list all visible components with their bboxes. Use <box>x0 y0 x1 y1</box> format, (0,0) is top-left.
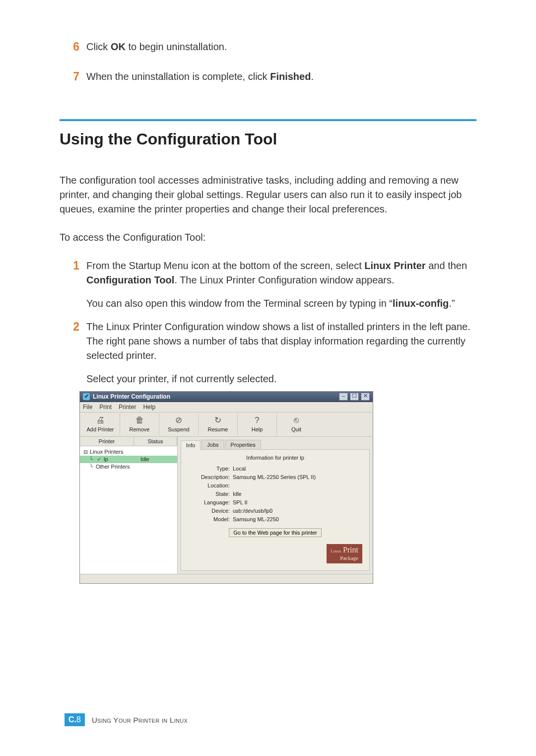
section-divider <box>60 119 476 121</box>
branding-logo: Linux Print Package <box>188 544 362 563</box>
info-value: Samsung ML-2250 <box>233 516 362 522</box>
menubar: File Print Printer Help <box>80 402 373 412</box>
maximize-button[interactable]: ☐ <box>350 393 359 401</box>
info-label: State: <box>188 491 233 497</box>
resume-icon: ↻ <box>199 415 237 425</box>
minimize-button[interactable]: – <box>339 393 348 401</box>
access-line: To access the Configuration Tool: <box>60 230 476 245</box>
toolbar-quit[interactable]: ⎋ Quit <box>277 413 316 435</box>
col-printer[interactable]: Printer <box>80 437 134 446</box>
intro-paragraph: The configuration tool accesses administ… <box>60 173 476 216</box>
info-value: Local <box>233 466 362 472</box>
suspend-icon: ⊘ <box>159 415 198 425</box>
check-icon: ✔ <box>95 456 103 463</box>
page-footer: C.8 Using Your Printer in Linux <box>65 713 188 726</box>
statusbar <box>80 574 373 583</box>
goto-web-button[interactable]: Go to the Web page for this printer <box>229 528 322 537</box>
info-panel-title: Information for printer lp <box>188 455 362 461</box>
tree-item-other-printers[interactable]: └ Other Printers <box>80 463 177 470</box>
printer-tree-pane: Printer Status ⊟ Linux Printers └ ✔ lp I… <box>80 437 178 574</box>
step-number: 7 <box>60 69 86 84</box>
step-1: 1 From the Startup Menu icon at the bott… <box>60 259 476 311</box>
tree-root-linux-printers[interactable]: ⊟ Linux Printers <box>80 448 177 456</box>
page-number-badge: C.8 <box>65 713 85 726</box>
info-value: SPL II <box>233 499 362 505</box>
info-label: Device: <box>188 508 233 514</box>
remove-icon: 🗑 <box>120 415 159 425</box>
linux-printer-config-window: ✔ Linux Printer Configuration – ☐ ✕ File… <box>79 391 373 584</box>
tabs: Info Jobs Properties <box>181 440 370 449</box>
step-2: 2 The Linux Printer Configuration window… <box>60 320 476 386</box>
info-value: Samsung ML-2250 Series (SPL II) <box>233 474 362 480</box>
menu-help[interactable]: Help <box>143 404 155 411</box>
printer-icon: 🖨 <box>81 415 120 425</box>
details-pane: Info Jobs Properties Information for pri… <box>178 437 373 574</box>
step-text: When the uninstallation is complete, cli… <box>86 69 314 84</box>
step-number: 2 <box>60 320 86 335</box>
step-text: Click OK to begin uninstallation. <box>86 40 227 54</box>
info-label: Description: <box>188 474 233 480</box>
menu-printer[interactable]: Printer <box>119 404 136 411</box>
toolbar-resume[interactable]: ↻ Resume <box>199 413 238 435</box>
titlebar[interactable]: ✔ Linux Printer Configuration – ☐ ✕ <box>80 392 373 402</box>
step-7: 7 When the uninstallation is complete, c… <box>60 69 476 84</box>
toolbar-suspend[interactable]: ⊘ Suspend <box>159 413 199 435</box>
toolbar-remove[interactable]: 🗑 Remove <box>120 413 159 435</box>
toolbar-help[interactable]: ? Help <box>238 413 277 435</box>
col-status[interactable]: Status <box>134 437 177 446</box>
app-icon: ✔ <box>83 393 90 400</box>
step-number: 6 <box>60 40 86 55</box>
menu-file[interactable]: File <box>83 404 92 411</box>
tab-jobs[interactable]: Jobs <box>201 440 224 449</box>
toolbar-add-printer[interactable]: 🖨 Add Printer <box>81 413 120 435</box>
step-number: 1 <box>60 259 86 274</box>
info-value <box>233 482 362 488</box>
help-icon: ? <box>238 415 276 425</box>
footer-text: Using Your Printer in Linux <box>92 716 188 724</box>
step-text: From the Startup Menu icon at the bottom… <box>86 259 476 311</box>
step-6: 6 Click OK to begin uninstallation. <box>60 40 476 55</box>
close-button[interactable]: ✕ <box>361 393 370 401</box>
tab-info[interactable]: Info <box>181 440 201 450</box>
menu-print[interactable]: Print <box>99 404 112 411</box>
quit-icon: ⎋ <box>277 415 316 425</box>
info-value: Idle <box>233 491 362 497</box>
window-title: Linux Printer Configuration <box>93 393 339 400</box>
section-title: Using the Configuration Tool <box>60 130 476 148</box>
info-value: usb:/dev/usb/lp0 <box>233 508 362 514</box>
toolbar: 🖨 Add Printer 🗑 Remove ⊘ Suspend ↻ Resum… <box>80 412 373 437</box>
tree-header: Printer Status <box>80 437 177 446</box>
info-label: Type: <box>188 466 233 472</box>
step-text: The Linux Printer Configuration window s… <box>86 320 476 386</box>
tab-properties[interactable]: Properties <box>225 440 261 449</box>
tree-item-lp[interactable]: └ ✔ lp Idle <box>80 456 177 463</box>
info-label: Location: <box>188 482 233 488</box>
info-panel: Information for printer lp Type:LocalDes… <box>181 449 370 571</box>
info-label: Language: <box>188 499 233 505</box>
info-label: Model: <box>188 516 233 522</box>
collapse-icon[interactable]: ⊟ <box>82 449 89 455</box>
